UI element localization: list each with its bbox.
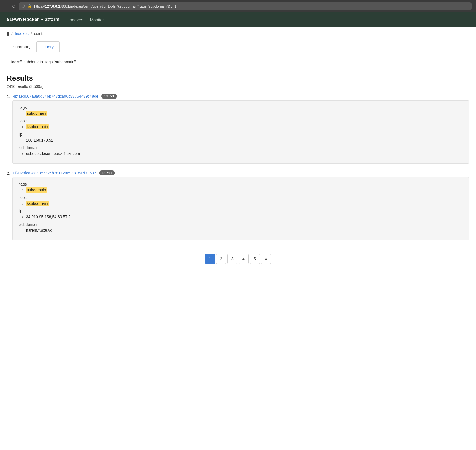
field-values-ip-2: 34.210.95.158,54.69.57.2	[19, 214, 462, 219]
result-item-1: 1. 4bfaeb667a8a0d846b743dca90c33754439c4…	[7, 94, 469, 164]
tag-highlight-subdomain-2: subdomain	[26, 187, 47, 193]
list-item: ksubdomain	[26, 124, 462, 129]
nav-indexes[interactable]: Indexes	[69, 17, 83, 22]
tool-highlight-ksubdomain-2: ksubdomain	[26, 201, 49, 206]
app-title: 51Pwn Hacker Platform	[7, 17, 60, 22]
breadcrumb-current: osint	[34, 31, 43, 36]
address-bar[interactable]: ☉ 🔒 https://127.0.0.1:8081/indexes/osint…	[19, 2, 472, 10]
field-values-ip-1: 108.160.170.52	[19, 138, 462, 143]
result-header-1: 1. 4bfaeb667a8a0d846b743dca90c33754439c4…	[7, 94, 469, 99]
query-section	[7, 57, 469, 67]
field-tags-1: tags subdomain	[19, 105, 462, 116]
page-btn-5[interactable]: 5	[250, 254, 260, 264]
app-nav: Indexes Monitor	[69, 17, 104, 22]
result-link-1[interactable]: 4bfaeb667a8a0d846b743dca90c33754439c48de	[13, 94, 98, 99]
tab-summary[interactable]: Summary	[7, 41, 36, 52]
field-label-ip-2: ip	[19, 209, 462, 213]
result-header-2: 2. 0f2028fca2ca4357324b78112a69a81c47f70…	[7, 170, 469, 175]
field-values-subdomain-2: harem.*.8x8.vc	[19, 228, 462, 233]
tool-highlight-ksubdomain-1: ksubdomain	[26, 124, 49, 129]
page-btn-1[interactable]: 1	[205, 254, 215, 264]
query-input[interactable]	[7, 57, 469, 67]
shield-icon: ☉	[22, 4, 25, 8]
result-score-1: 13.691	[101, 94, 117, 99]
field-label-tags-2: tags	[19, 182, 462, 186]
tab-query[interactable]: Query	[36, 41, 60, 52]
field-subdomain-1: subdomain esbocosdesermoes.*.flickr.com	[19, 146, 462, 156]
browser-nav: ← ↻	[4, 4, 15, 9]
result-number-1: 1.	[7, 94, 10, 99]
list-item: ksubdomain	[26, 201, 462, 206]
list-item: 34.210.95.158,54.69.57.2	[26, 214, 462, 219]
field-label-tools-1: tools	[19, 119, 462, 123]
breadcrumb-sep-1: /	[11, 31, 13, 36]
back-icon[interactable]: ←	[4, 4, 9, 9]
field-values-tools-2: ksubdomain	[19, 201, 462, 206]
result-link-2[interactable]: 0f2028fca2ca4357324b78112a69a81c47f70537	[13, 171, 96, 175]
tabs: Summary Query	[7, 41, 469, 52]
list-item: subdomain	[26, 111, 462, 116]
field-label-tags-1: tags	[19, 105, 462, 110]
field-values-subdomain-1: esbocosdesermoes.*.flickr.com	[19, 151, 462, 156]
home-icon: ▮	[7, 31, 9, 36]
results-count: 2416 results (3.509s)	[7, 84, 469, 89]
field-tools-2: tools ksubdomain	[19, 195, 462, 206]
browser-chrome: ← ↻ ☉ 🔒 https://127.0.0.1:8081/indexes/o…	[0, 0, 476, 12]
result-number-2: 2.	[7, 171, 10, 175]
list-item: subdomain	[26, 187, 462, 193]
nav-monitor[interactable]: Monitor	[90, 17, 104, 22]
field-label-tools-2: tools	[19, 195, 462, 200]
list-item: 108.160.170.52	[26, 138, 462, 143]
field-ip-1: ip 108.160.170.52	[19, 132, 462, 143]
list-item: harem.*.8x8.vc	[26, 228, 462, 233]
result-score-2: 13.691	[99, 170, 115, 175]
lock-icon: 🔒	[27, 4, 32, 8]
result-item-2: 2. 0f2028fca2ca4357324b78112a69a81c47f70…	[7, 170, 469, 240]
url-display: https://127.0.0.1:8081/indexes/osint/que…	[34, 4, 176, 8]
field-tags-2: tags subdomain	[19, 182, 462, 193]
app-header: 51Pwn Hacker Platform Indexes Monitor	[0, 12, 476, 27]
breadcrumb-indexes[interactable]: Indexes	[15, 31, 29, 36]
results-heading: Results	[7, 74, 469, 83]
field-subdomain-2: subdomain harem.*.8x8.vc	[19, 222, 462, 233]
field-ip-2: ip 34.210.95.158,54.69.57.2	[19, 209, 462, 219]
field-label-subdomain-1: subdomain	[19, 146, 462, 150]
list-item: esbocosdesermoes.*.flickr.com	[26, 151, 462, 156]
breadcrumb: ▮ / Indexes / osint	[7, 27, 469, 40]
result-body-2: tags subdomain tools ksubdomain ip 34.21…	[12, 177, 469, 240]
pagination: 1 2 3 4 5 »	[7, 247, 469, 273]
page-btn-3[interactable]: 3	[227, 254, 237, 264]
tag-highlight-subdomain-1: subdomain	[26, 111, 47, 116]
field-label-ip-1: ip	[19, 132, 462, 137]
page-btn-2[interactable]: 2	[216, 254, 226, 264]
breadcrumb-sep-2: /	[31, 31, 32, 36]
refresh-icon[interactable]: ↻	[12, 4, 15, 9]
field-label-subdomain-2: subdomain	[19, 222, 462, 227]
result-body-1: tags subdomain tools ksubdomain ip 108.1…	[12, 100, 469, 164]
field-values-tags-2: subdomain	[19, 187, 462, 193]
page-btn-next[interactable]: »	[261, 254, 271, 264]
page-btn-4[interactable]: 4	[239, 254, 249, 264]
field-values-tags-1: subdomain	[19, 111, 462, 116]
page-content: ▮ / Indexes / osint Summary Query Result…	[0, 27, 476, 273]
field-tools-1: tools ksubdomain	[19, 119, 462, 129]
field-values-tools-1: ksubdomain	[19, 124, 462, 129]
